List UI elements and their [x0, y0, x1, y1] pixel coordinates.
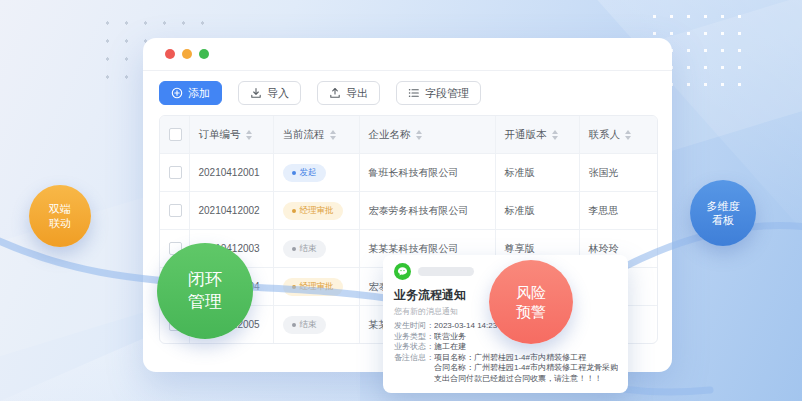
flow-status-badge: 经理审批 — [283, 278, 343, 296]
import-button[interactable]: 导入 — [238, 81, 301, 105]
select-all-cell — [160, 116, 189, 154]
status-dot-icon — [292, 171, 296, 175]
export-button[interactable]: 导出 — [317, 81, 380, 105]
notification-field-row: 支出合同付款已经超过合同收票，请注意！！！ — [394, 374, 618, 385]
flow-status-badge: 结束 — [283, 316, 326, 334]
cell-contact: 张国光 — [579, 154, 657, 192]
wechat-icon — [394, 263, 411, 280]
sort-icon[interactable] — [330, 130, 336, 140]
sort-icon[interactable] — [416, 130, 422, 140]
cell-current-flow: 结束 — [273, 306, 359, 344]
import-icon — [250, 87, 262, 99]
cell-company-name: 鲁班长科技有限公司 — [359, 154, 495, 192]
field-label — [394, 374, 434, 385]
plus-circle-icon — [171, 87, 183, 99]
table-row[interactable]: 20210412001 发起 鲁班长科技有限公司 标准版 张国光 — [160, 154, 657, 192]
cell-current-flow: 经理审批 — [273, 192, 359, 230]
sort-icon[interactable] — [246, 130, 252, 140]
header-company-name[interactable]: 企业名称 — [359, 116, 495, 154]
window-titlebar — [143, 38, 672, 71]
list-icon — [408, 87, 420, 99]
badge-multi-dashboard: 多维度 看板 — [690, 180, 756, 246]
field-management-button[interactable]: 字段管理 — [396, 81, 481, 105]
flow-status-badge: 经理审批 — [283, 202, 343, 220]
cell-version: 标准版 — [495, 154, 579, 192]
field-label: 业务类型： — [394, 332, 434, 343]
cell-order-number: 20210412002 — [189, 192, 273, 230]
cell-contact: 李思思 — [579, 192, 657, 230]
cell-current-flow: 结束 — [273, 230, 359, 268]
row-checkbox[interactable] — [169, 166, 182, 179]
notification-field-row: 业务状态： 施工在建 — [394, 342, 618, 353]
sort-icon[interactable] — [552, 130, 558, 140]
status-dot-icon — [292, 285, 296, 289]
row-checkbox-cell — [160, 154, 189, 192]
cell-current-flow: 发起 — [273, 154, 359, 192]
header-current-flow[interactable]: 当前流程 — [273, 116, 359, 154]
sender-placeholder — [418, 267, 474, 276]
sort-icon[interactable] — [625, 130, 631, 140]
header-version[interactable]: 开通版本 — [495, 116, 579, 154]
cell-order-number: 20210412001 — [189, 154, 273, 192]
field-label: 业务状态： — [394, 342, 434, 353]
cell-current-flow: 经理审批 — [273, 268, 359, 306]
add-button[interactable]: 添加 — [159, 81, 222, 105]
header-order-number[interactable]: 订单编号 — [189, 116, 273, 154]
header-contact[interactable]: 联系人 — [579, 116, 657, 154]
flow-status-badge: 结束 — [283, 240, 326, 258]
toolbar: 添加 导入 导出 字段管理 — [159, 81, 481, 105]
cell-version: 标准版 — [495, 192, 579, 230]
field-label: 发生时间： — [394, 321, 434, 332]
badge-risk-alert: 风险 预警 — [489, 260, 573, 344]
status-dot-icon — [292, 209, 296, 213]
cell-company-name: 宏泰劳务科技有限公司 — [359, 192, 495, 230]
row-checkbox-cell — [160, 192, 189, 230]
table-row[interactable]: 20210412002 经理审批 宏泰劳务科技有限公司 标准版 李思思 — [160, 192, 657, 230]
field-value: 合同名称：广州碧桂园1-4#市内精装修工程龙骨采购合同 — [434, 363, 618, 374]
row-checkbox[interactable] — [169, 204, 182, 217]
field-label — [394, 363, 434, 374]
field-value: 支出合同付款已经超过合同收票，请注意！！！ — [434, 374, 618, 385]
status-dot-icon — [292, 247, 296, 251]
flow-status-badge: 发起 — [283, 164, 326, 182]
field-value: 项目名称：广州碧桂园1-4#市内精装修工程 — [434, 353, 618, 364]
window-zoom-button[interactable] — [199, 49, 209, 59]
badge-dual-linkage: 双端 联动 — [29, 185, 91, 247]
field-label: 备注信息： — [394, 353, 434, 364]
export-icon — [329, 87, 341, 99]
table-header-row: 订单编号 当前流程 企业名称 开通版本 联系人 — [160, 116, 657, 154]
window-close-button[interactable] — [165, 49, 175, 59]
badge-closed-loop: 闭环 管理 — [157, 243, 253, 339]
notification-field-row: 合同名称：广州碧桂园1-4#市内精装修工程龙骨采购合同 — [394, 363, 618, 374]
status-dot-icon — [292, 323, 296, 327]
select-all-checkbox[interactable] — [169, 128, 182, 141]
window-minimize-button[interactable] — [182, 49, 192, 59]
notification-field-row: 备注信息： 项目名称：广州碧桂园1-4#市内精装修工程 — [394, 353, 618, 364]
